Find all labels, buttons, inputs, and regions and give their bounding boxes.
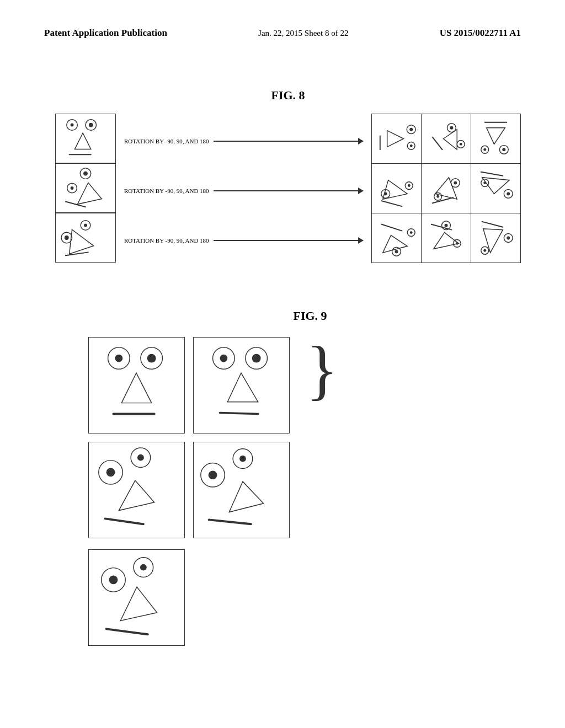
fig9-section: FIG. 9 bbox=[88, 309, 532, 646]
svg-marker-82 bbox=[227, 373, 258, 402]
fig8-arrow-3: ROTATION BY -90, 90, AND 180 bbox=[124, 216, 363, 265]
publication-title: Patent Application Publication bbox=[44, 28, 167, 39]
svg-point-91 bbox=[209, 470, 217, 479]
svg-point-55 bbox=[395, 250, 398, 253]
fig9-main-grid bbox=[88, 337, 290, 538]
arrow-label-1: ROTATION BY -90, 90, AND 180 bbox=[124, 138, 209, 144]
svg-point-79 bbox=[220, 355, 227, 362]
svg-point-81 bbox=[252, 354, 261, 363]
arrow-line-3 bbox=[214, 240, 363, 241]
svg-point-33 bbox=[483, 148, 486, 151]
svg-point-99 bbox=[140, 564, 147, 571]
svg-marker-88 bbox=[119, 480, 154, 510]
svg-point-57 bbox=[410, 231, 413, 234]
fig8-result-grid bbox=[371, 114, 521, 263]
publication-number: US 2015/0022711 A1 bbox=[440, 28, 521, 39]
svg-point-73 bbox=[115, 355, 122, 362]
fig8-source-3 bbox=[55, 213, 116, 263]
svg-point-31 bbox=[502, 148, 505, 151]
svg-line-71 bbox=[482, 222, 503, 227]
fig8-source-2 bbox=[55, 163, 116, 213]
fig8-result-2-1 bbox=[372, 164, 422, 213]
fig9-cell-3 bbox=[88, 442, 185, 538]
svg-line-101 bbox=[106, 629, 148, 634]
page-header: Patent Application Publication Jan. 22, … bbox=[0, 28, 565, 39]
fig9-bottom-row bbox=[88, 549, 532, 646]
fig8-source-column bbox=[55, 114, 116, 263]
svg-point-19 bbox=[409, 128, 413, 131]
svg-line-59 bbox=[382, 224, 402, 231]
svg-marker-94 bbox=[229, 481, 263, 512]
fig8-arrow-1: ROTATION BY -90, 90, AND 180 bbox=[124, 116, 363, 166]
svg-point-97 bbox=[109, 575, 118, 584]
svg-point-27 bbox=[460, 143, 462, 146]
svg-point-93 bbox=[239, 456, 246, 462]
svg-point-7 bbox=[83, 172, 88, 176]
svg-point-9 bbox=[71, 186, 74, 190]
svg-line-95 bbox=[209, 520, 251, 524]
fig8-result-2-2 bbox=[422, 164, 471, 213]
fig8-result-1-1 bbox=[372, 114, 422, 164]
fig8-title: FIG. 8 bbox=[55, 88, 521, 103]
svg-point-67 bbox=[507, 237, 510, 240]
fig8-source-1 bbox=[55, 114, 116, 163]
svg-point-15 bbox=[84, 224, 87, 227]
svg-point-1 bbox=[71, 124, 74, 127]
fig9-title: FIG. 9 bbox=[88, 309, 532, 323]
svg-point-45 bbox=[436, 195, 439, 198]
svg-marker-10 bbox=[77, 183, 102, 204]
svg-marker-34 bbox=[487, 128, 505, 144]
fig9-cell-1 bbox=[88, 337, 185, 433]
arrow-line-2 bbox=[214, 190, 363, 191]
svg-line-11 bbox=[66, 201, 86, 207]
fig9-cell-5 bbox=[88, 549, 185, 646]
svg-point-75 bbox=[147, 354, 156, 363]
fig9-cell-2 bbox=[193, 337, 290, 433]
svg-point-69 bbox=[483, 249, 486, 252]
fig8-arrow-2: ROTATION BY -90, 90, AND 180 bbox=[124, 166, 363, 216]
fig9-brace: } bbox=[306, 337, 338, 403]
svg-point-61 bbox=[445, 224, 448, 227]
fig8-result-3-3 bbox=[471, 213, 521, 263]
svg-point-85 bbox=[106, 468, 115, 477]
fig8-result-1-3 bbox=[471, 114, 521, 164]
svg-point-13 bbox=[65, 235, 69, 240]
fig8-content: ROTATION BY -90, 90, AND 180 ROTATION BY… bbox=[55, 114, 521, 268]
svg-line-41 bbox=[382, 201, 402, 206]
svg-marker-76 bbox=[121, 373, 151, 403]
svg-point-87 bbox=[137, 454, 144, 461]
svg-line-89 bbox=[105, 518, 143, 524]
svg-marker-22 bbox=[387, 131, 404, 147]
fig8-arrows-column: ROTATION BY -90, 90, AND 180 ROTATION BY… bbox=[116, 114, 371, 268]
svg-line-53 bbox=[481, 172, 503, 176]
fig8-section: FIG. 8 bbox=[55, 88, 521, 268]
arrow-label-2: ROTATION BY -90, 90, AND 180 bbox=[124, 188, 209, 194]
arrow-line-1 bbox=[214, 141, 363, 142]
publication-date-sheet: Jan. 22, 2015 Sheet 8 of 22 bbox=[258, 29, 348, 38]
svg-point-21 bbox=[410, 144, 413, 147]
fig8-result-3-1 bbox=[372, 213, 422, 263]
fig8-result-2-3 bbox=[471, 164, 521, 213]
fig8-result-3-2 bbox=[422, 213, 471, 263]
svg-point-49 bbox=[507, 192, 510, 195]
svg-line-29 bbox=[433, 137, 443, 150]
svg-marker-16 bbox=[70, 229, 94, 254]
svg-line-83 bbox=[220, 413, 258, 414]
svg-point-3 bbox=[89, 123, 93, 127]
svg-marker-28 bbox=[444, 130, 457, 150]
fig8-result-1-2 bbox=[422, 114, 471, 164]
fig9-content: } bbox=[88, 337, 532, 538]
arrow-label-3: ROTATION BY -90, 90, AND 180 bbox=[124, 237, 209, 244]
svg-marker-100 bbox=[120, 587, 157, 620]
fig9-cell-4 bbox=[193, 442, 290, 538]
svg-marker-4 bbox=[74, 133, 90, 149]
svg-point-43 bbox=[454, 181, 457, 185]
fig9-right-section: } bbox=[301, 337, 338, 538]
svg-point-25 bbox=[450, 126, 453, 130]
svg-point-39 bbox=[408, 184, 411, 187]
